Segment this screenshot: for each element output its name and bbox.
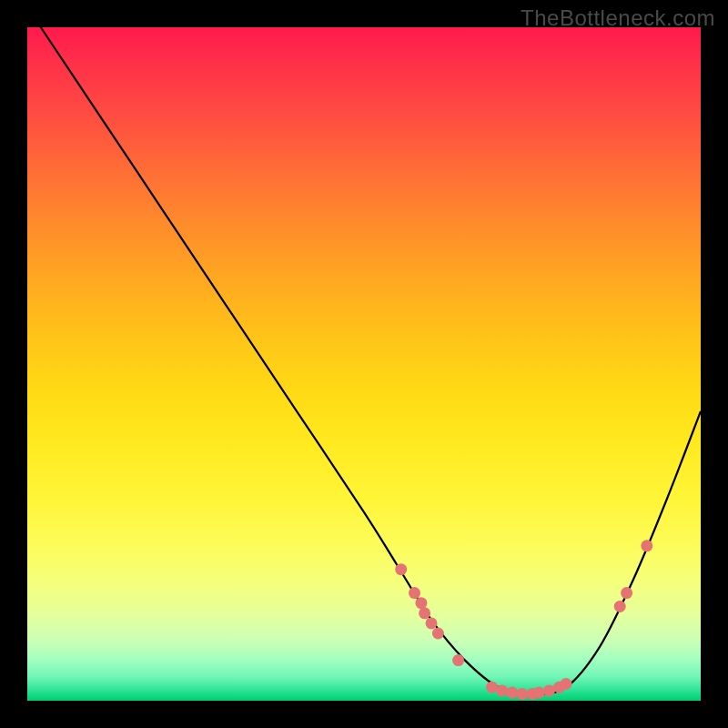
data-marker: [614, 601, 626, 612]
data-marker: [561, 678, 572, 690]
data-marker: [533, 687, 545, 699]
data-marker: [506, 687, 518, 699]
chart-svg: [27, 27, 701, 701]
plot-area: [27, 27, 701, 701]
data-marker: [452, 654, 464, 666]
data-marker: [496, 684, 508, 696]
data-marker: [641, 540, 652, 551]
data-marker: [415, 597, 427, 609]
data-marker: [432, 628, 444, 640]
data-marker: [621, 587, 632, 599]
data-marker: [419, 607, 430, 619]
data-marker: [426, 617, 438, 629]
data-marker: [516, 688, 528, 700]
data-marker: [543, 684, 555, 696]
data-marker: [409, 587, 420, 599]
data-marker: [395, 563, 407, 575]
bottleneck-curve: [41, 27, 701, 694]
data-marker: [486, 682, 498, 693]
watermark-text: TheBottleneck.com: [521, 5, 715, 31]
